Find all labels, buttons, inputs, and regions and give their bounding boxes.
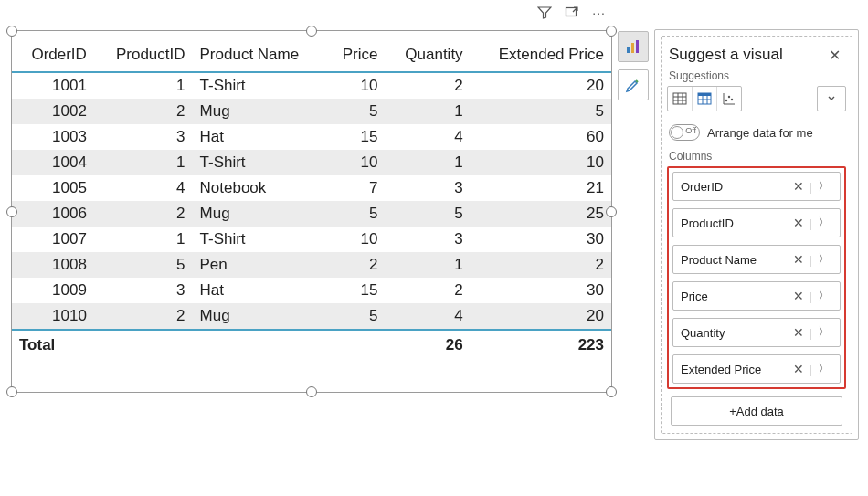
field-pill[interactable]: Price✕|〉 (672, 281, 841, 311)
add-data-button[interactable]: +Add data (671, 396, 842, 426)
suggestion-matrix-icon[interactable] (693, 87, 717, 111)
field-menu-icon[interactable]: 〉 (814, 288, 834, 304)
columns-field-well: OrderID✕|〉ProductID✕|〉Product Name✕|〉Pri… (667, 166, 846, 389)
col-header[interactable]: Extended Price (471, 40, 611, 72)
field-label: Quantity (681, 326, 725, 340)
table-row[interactable]: 10054Notebook7321 (12, 175, 611, 201)
resize-handle[interactable] (6, 386, 17, 397)
suggestions-more-button[interactable] (817, 86, 846, 111)
filter-icon[interactable] (537, 5, 552, 20)
table-row[interactable]: 10022Mug515 (12, 99, 611, 124)
resize-handle[interactable] (6, 206, 17, 217)
table-header-row: OrderID ProductID Product Name Price Qua… (12, 40, 611, 72)
field-label: Price (681, 290, 708, 303)
table-total-row: Total26223 (12, 330, 611, 358)
field-label: OrderID (681, 180, 723, 194)
table-row[interactable]: 10011T-Shirt10220 (12, 72, 611, 99)
field-pill[interactable]: Product Name✕|〉 (672, 245, 841, 274)
resize-handle[interactable] (606, 26, 617, 37)
format-visual-button[interactable] (618, 69, 649, 100)
svg-point-8 (728, 96, 730, 98)
data-table: OrderID ProductID Product Name Price Qua… (12, 40, 611, 358)
table-row[interactable]: 10062Mug5525 (12, 201, 611, 227)
suggestions-label: Suggestions (669, 69, 846, 82)
field-label: Product Name (681, 253, 757, 267)
field-menu-icon[interactable]: 〉 (814, 178, 834, 195)
svg-rect-1 (627, 47, 630, 53)
svg-rect-2 (631, 43, 634, 53)
field-label: Extended Price (681, 363, 761, 376)
field-pill[interactable]: Extended Price✕|〉 (672, 354, 841, 384)
field-menu-icon[interactable]: 〉 (814, 324, 834, 341)
svg-rect-4 (673, 93, 686, 104)
table-row[interactable]: 10102Mug5420 (12, 303, 611, 330)
table-row[interactable]: 10085Pen212 (12, 252, 611, 278)
resize-handle[interactable] (606, 386, 617, 397)
suggestion-scatter-icon[interactable] (717, 87, 741, 111)
focus-mode-icon[interactable] (565, 5, 579, 20)
more-options-icon[interactable]: ··· (592, 5, 606, 20)
table-row[interactable]: 10071T-Shirt10330 (12, 227, 611, 252)
field-menu-icon[interactable]: 〉 (814, 361, 834, 377)
resize-handle[interactable] (306, 26, 317, 37)
suggest-visual-pane: Suggest a visual ✕ Suggestions Off Arran… (654, 29, 859, 440)
suggestion-table-icon[interactable] (668, 87, 693, 111)
field-pill[interactable]: Quantity✕|〉 (672, 318, 841, 347)
field-pill[interactable]: ProductID✕|〉 (672, 208, 841, 237)
columns-label: Columns (669, 150, 846, 163)
arrange-data-toggle[interactable]: Off (669, 124, 700, 141)
arrange-data-label: Arrange data for me (707, 126, 813, 140)
suggest-visual-button[interactable] (618, 31, 649, 62)
suggestion-visual-group (667, 86, 742, 111)
table-row[interactable]: 10033Hat15460 (12, 124, 611, 150)
remove-field-icon[interactable]: ✕ (789, 252, 808, 267)
col-header[interactable]: Quantity (385, 40, 470, 72)
resize-handle[interactable] (306, 386, 317, 397)
visual-header-toolbar: ··· (537, 5, 606, 20)
svg-point-7 (725, 100, 727, 101)
close-icon[interactable]: ✕ (825, 47, 844, 64)
svg-rect-0 (566, 8, 577, 16)
resize-handle[interactable] (606, 206, 617, 217)
col-header[interactable]: Price (326, 40, 385, 72)
col-header[interactable]: OrderID (12, 40, 94, 72)
svg-rect-3 (636, 40, 639, 53)
svg-rect-6 (698, 93, 711, 96)
table-visual[interactable]: ··· OrderID ProductID Product Name Price… (11, 30, 612, 393)
remove-field-icon[interactable]: ✕ (789, 362, 808, 376)
remove-field-icon[interactable]: ✕ (789, 289, 808, 303)
resize-handle[interactable] (6, 26, 17, 37)
table-row[interactable]: 10093Hat15230 (12, 278, 611, 303)
field-pill[interactable]: OrderID✕|〉 (672, 172, 841, 201)
svg-point-9 (731, 99, 733, 100)
col-header[interactable]: ProductID (94, 40, 193, 72)
remove-field-icon[interactable]: ✕ (789, 216, 808, 230)
field-menu-icon[interactable]: 〉 (814, 215, 834, 231)
remove-field-icon[interactable]: ✕ (789, 325, 808, 340)
table-row[interactable]: 10041T-Shirt10110 (12, 150, 611, 175)
pane-title: Suggest a visual (669, 46, 783, 64)
remove-field-icon[interactable]: ✕ (789, 179, 808, 194)
field-menu-icon[interactable]: 〉 (814, 251, 834, 268)
col-header[interactable]: Product Name (193, 40, 327, 72)
field-label: ProductID (681, 216, 734, 230)
